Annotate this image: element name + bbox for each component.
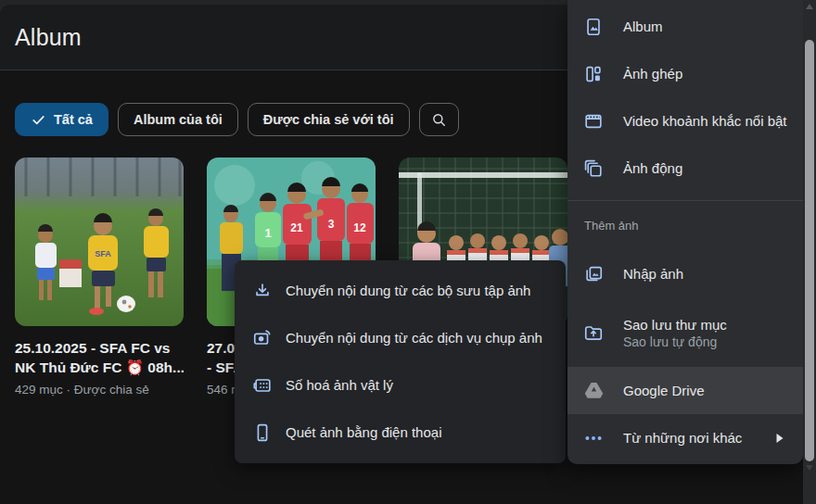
album-meta: 429 mục · Được chia sẻ <box>15 383 184 397</box>
album-title-line2: NK Thủ Đức FC ⏰ 08h... <box>15 358 184 377</box>
album-card-1[interactable]: SFA 25.10.2025 - SFA FC vs NK Thủ Đức FC… <box>15 158 184 397</box>
menu-item-collage[interactable]: Ảnh ghép <box>567 50 803 97</box>
menu-item-highlight-video[interactable]: Video khoảnh khắc nổi bật <box>567 97 803 145</box>
more-dots-icon <box>582 427 605 449</box>
menu-item-label: Quét ảnh bằng điện thoại <box>286 424 441 440</box>
import-photos-icon <box>582 263 605 285</box>
animation-icon <box>582 158 605 180</box>
google-drive-icon <box>582 380 605 402</box>
filter-shared-label: Được chia sẻ với tôi <box>263 112 394 127</box>
film-scanner-icon <box>252 375 273 396</box>
menu-item-sublabel: Sao lưu tự động <box>623 334 727 349</box>
submenu-arrow-icon <box>774 433 784 444</box>
backup-folder-icon <box>582 321 605 344</box>
filter-all-chip[interactable]: Tất cả <box>15 103 108 136</box>
camera-transfer-icon <box>252 328 273 348</box>
search-icon <box>430 111 448 129</box>
menu-item-label: Chuyển nội dung từ các dịch vụ chụp ảnh <box>286 330 542 346</box>
album-icon <box>582 16 605 38</box>
create-menu: Album Ảnh ghép Video khoảnh khắc nổi bật <box>567 0 803 464</box>
menu-item-label: Nhập ảnh <box>623 266 683 282</box>
album-thumbnail-soccer-match: SFA <box>15 158 184 326</box>
filter-chip-row: Tất cả Album của tôi Được chia sẻ với tô… <box>15 103 459 136</box>
filter-my-albums-label: Album của tôi <box>134 112 223 127</box>
menu-item-google-drive[interactable]: Google Drive <box>567 367 803 414</box>
menu-item-label: Chuyển nội dung từ các bộ sưu tập ảnh <box>286 283 530 298</box>
menu-item-transfer-collections[interactable]: Chuyển nội dung từ các bộ sưu tập ảnh <box>235 267 566 314</box>
menu-item-label: Từ những nơi khác <box>623 430 742 446</box>
phone-icon <box>252 422 273 443</box>
menu-item-label: Số hoá ảnh vật lý <box>286 377 393 393</box>
jersey-number: 1 <box>264 226 271 240</box>
highlight-video-icon <box>582 110 605 132</box>
album-title-line1: 25.10.2025 - SFA FC vs <box>15 338 184 358</box>
menu-item-label: Album <box>623 19 663 34</box>
page-title: Album <box>15 24 82 51</box>
menu-item-animation[interactable]: Ảnh động <box>567 145 803 192</box>
jersey-number: 3 <box>328 218 335 231</box>
menu-item-from-other-places[interactable]: Từ những nơi khác <box>567 414 803 461</box>
google-photos-screen: Album Tất cả Album của tôi Được chia sẻ … <box>0 0 816 504</box>
filter-all-label: Tất cả <box>54 112 93 127</box>
filter-my-albums-chip[interactable]: Album của tôi <box>118 103 238 136</box>
page-scrollbar[interactable] <box>803 0 816 504</box>
filter-shared-chip[interactable]: Được chia sẻ với tôi <box>248 103 410 136</box>
menu-item-text: Sao lưu thư mục Sao lưu tự động <box>623 317 727 349</box>
menu-item-import-photos[interactable]: Nhập ảnh <box>567 250 803 297</box>
menu-item-label: Google Drive <box>623 383 705 398</box>
search-chip[interactable] <box>419 103 459 136</box>
check-icon <box>31 112 46 128</box>
menu-item-album[interactable]: Album <box>567 3 803 50</box>
scrollbar-up-arrow[interactable] <box>806 4 813 9</box>
menu-item-label: Sao lưu thư mục <box>623 317 727 333</box>
scrollbar-down-arrow[interactable] <box>806 465 813 471</box>
import-submenu: Chuyển nội dung từ các bộ sưu tập ảnh Ch… <box>235 260 566 463</box>
jersey-number: 12 <box>353 221 366 234</box>
menu-item-label: Video khoảnh khắc nổi bật <box>623 113 787 129</box>
menu-separator <box>567 200 803 201</box>
menu-item-digitize-photos[interactable]: Số hoá ảnh vật lý <box>235 361 566 409</box>
jersey-text: SFA <box>95 249 111 258</box>
download-icon <box>252 281 273 301</box>
menu-item-backup-folder[interactable]: Sao lưu thư mục Sao lưu tự động <box>567 304 803 361</box>
menu-item-label: Ảnh động <box>623 160 682 176</box>
jersey-number: 21 <box>290 221 303 234</box>
menu-section-label: Thêm ảnh <box>584 219 803 233</box>
collage-icon <box>582 63 605 85</box>
album-caption: 25.10.2025 - SFA FC vs NK Thủ Đức FC ⏰ 0… <box>15 338 184 397</box>
scrollbar-thumb[interactable] <box>805 40 814 461</box>
menu-item-transfer-services[interactable]: Chuyển nội dung từ các dịch vụ chụp ảnh <box>235 314 566 361</box>
menu-item-scan-with-phone[interactable]: Quét ảnh bằng điện thoại <box>235 409 566 456</box>
menu-item-label: Ảnh ghép <box>623 66 682 82</box>
